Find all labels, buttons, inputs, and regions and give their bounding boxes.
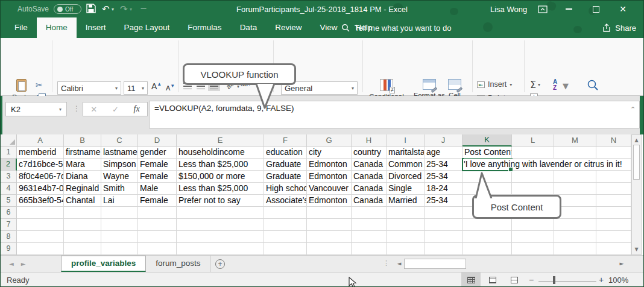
cell-H1[interactable]: country [352,147,387,159]
horizontal-scroll-thumb[interactable] [404,259,466,269]
cell-J9[interactable] [425,243,462,255]
cell-N8[interactable] [596,231,631,243]
cell-J2[interactable]: 25-34 [425,159,462,171]
cell-B3[interactable]: Diana [64,171,101,183]
cell-F6[interactable] [264,207,307,219]
cell-G6[interactable] [307,207,352,219]
ribbon-display-options-icon[interactable] [532,1,553,17]
zoom-slider-track[interactable] [538,281,596,282]
sheet-tab-forum_posts[interactable]: forum_posts [146,256,210,273]
cell-M1[interactable] [554,147,596,159]
cell-D7[interactable] [138,219,177,231]
cell-H7[interactable] [352,219,387,231]
vertical-scrollbar[interactable]: ▲ ▼ [631,134,642,255]
cell-I7[interactable] [387,219,425,231]
tab-formulas[interactable]: Formulas [178,17,230,38]
cell-G4[interactable]: Vancouver [307,183,352,195]
cell-I1[interactable]: maritalstatus [387,147,425,159]
cell-F8[interactable] [264,231,307,243]
column-header-L[interactable]: L [512,134,554,147]
cell-E4[interactable]: Less than $25,000 [177,183,264,195]
cell-C5[interactable]: Lai [101,195,138,207]
column-header-A[interactable]: A [17,134,64,147]
cell-C9[interactable] [101,243,138,255]
row-header-5[interactable]: 5 [1,195,17,207]
tab-insert[interactable]: Insert [77,17,115,38]
cell-F7[interactable] [264,219,307,231]
column-header-K[interactable]: K [462,134,512,147]
sheet-tab-profile_variables[interactable]: profile_variables [61,256,146,273]
cell-D6[interactable] [138,207,177,219]
row-header-6[interactable]: 6 [1,207,17,219]
cell-H3[interactable]: Canada [352,171,387,183]
cell-B8[interactable] [64,231,101,243]
cell-A2[interactable]: c7d16bce-5d [17,159,64,171]
cell-G7[interactable] [307,219,352,231]
cell-K7[interactable] [462,219,512,231]
cell-M9[interactable] [554,243,596,255]
page-break-view-button[interactable] [505,273,524,287]
cell-L4[interactable] [512,183,554,195]
cell-B7[interactable] [64,219,101,231]
formula-bar-grip-icon[interactable]: ⋮ [73,104,80,113]
cell-H5[interactable]: Canada [352,195,387,207]
cell-D5[interactable]: Female [138,195,177,207]
cell-K9[interactable] [462,243,512,255]
cell-N6[interactable] [596,207,631,219]
cell-N1[interactable] [596,147,631,159]
new-sheet-icon[interactable]: + [215,259,225,269]
zoom-slider-thumb[interactable] [553,276,555,284]
cell-H6[interactable] [352,207,387,219]
cell-H2[interactable]: Canada [352,159,387,171]
cell-G3[interactable]: Edmonton [307,171,352,183]
cell-F3[interactable]: Graduate [264,171,307,183]
cell-F1[interactable]: education [264,147,307,159]
cell-J1[interactable]: age [425,147,462,159]
grow-font-icon[interactable]: A▲ [151,81,162,91]
cell-N3[interactable] [596,171,631,183]
column-header-N[interactable]: N [596,134,631,147]
cell-C2[interactable]: Simpson [101,159,138,171]
cell-F2[interactable]: Graduate [264,159,307,171]
column-header-I[interactable]: I [387,134,425,147]
cancel-icon[interactable]: ✕ [90,105,97,114]
cell-G2[interactable]: Edmonton [307,159,352,171]
cell-G9[interactable] [307,243,352,255]
cell-E7[interactable] [177,219,264,231]
cell-L3[interactable] [512,171,554,183]
tab-file[interactable]: File [5,17,37,38]
cell-A6[interactable] [17,207,64,219]
cell-I6[interactable] [387,207,425,219]
cell-L7[interactable] [512,219,554,231]
tab-home[interactable]: Home [37,17,77,38]
vertical-scroll-thumb[interactable] [633,145,640,180]
cell-N4[interactable] [596,183,631,195]
cell-B5[interactable]: Chantal [64,195,101,207]
cell-B1[interactable]: firstname [64,147,101,159]
cell-J3[interactable]: 25-34 [425,171,462,183]
name-box[interactable]: K2 ▾ [5,102,67,116]
cell-E2[interactable]: Less than $25,000 [177,159,264,171]
normal-view-button[interactable] [461,273,481,287]
enter-icon[interactable]: ✓ [112,105,119,114]
cell-J8[interactable] [425,231,462,243]
cell-C7[interactable] [101,219,138,231]
tell-me-search[interactable]: Tell me what you want to do [341,17,451,38]
cell-I4[interactable]: Single [387,183,425,195]
cell-D4[interactable]: Male [138,183,177,195]
cell-A3[interactable]: 8f0c4e06-7d5 [17,171,64,183]
column-header-B[interactable]: B [64,134,101,147]
font-name-combo[interactable]: Calibri▾ [57,81,121,95]
formula-input[interactable]: =VLOOKUP(A2, forumdata, 9, FALSE) [149,101,640,128]
row-header-7[interactable]: 7 [1,219,17,231]
maximize-button[interactable] [586,1,606,17]
row-header-2[interactable]: 2 [1,159,17,171]
scroll-down-icon[interactable]: ▼ [632,247,641,252]
cell-K2[interactable]: 'I love anything with lavender or citrus… [462,159,512,171]
cell-E3[interactable]: $150,000 or more [177,171,264,183]
share-button[interactable]: Share [602,17,636,38]
cell-H8[interactable] [352,231,387,243]
cell-A8[interactable] [17,231,64,243]
cell-H4[interactable]: Canada [352,183,387,195]
cell-M8[interactable] [554,231,596,243]
